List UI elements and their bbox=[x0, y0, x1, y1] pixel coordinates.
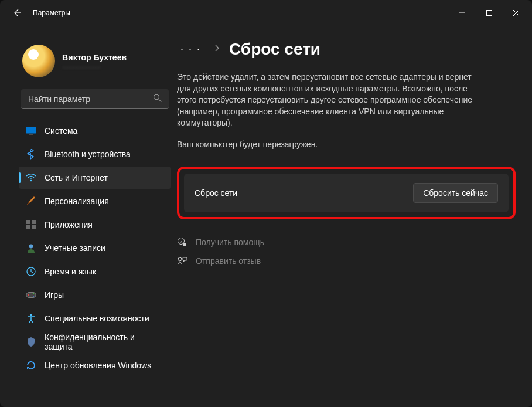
reset-card-label: Сброс сети bbox=[195, 188, 237, 198]
update-icon bbox=[26, 360, 36, 371]
svg-point-13 bbox=[29, 245, 33, 249]
sidebar-item-label: Учетные записи bbox=[45, 243, 105, 253]
breadcrumb: · · · Сброс сети bbox=[177, 40, 516, 59]
accessibility-icon bbox=[26, 313, 36, 324]
sidebar-item-label: Специальные возможности bbox=[45, 314, 149, 323]
svg-point-17 bbox=[33, 293, 35, 294]
profile-email: ……………… bbox=[62, 62, 127, 69]
titlebar: Параметры bbox=[0, 0, 532, 26]
feedback-link[interactable]: Отправить отзыв bbox=[196, 256, 261, 266]
close-button[interactable] bbox=[503, 4, 530, 22]
svg-line-5 bbox=[159, 100, 161, 102]
sidebar-item-label: Игры bbox=[45, 290, 64, 300]
svg-rect-15 bbox=[26, 293, 36, 298]
search-box[interactable] bbox=[21, 89, 169, 109]
description-text: Это действие удалит, а затем переустанов… bbox=[177, 72, 482, 129]
svg-point-21 bbox=[183, 243, 186, 246]
search-icon bbox=[153, 94, 162, 105]
sidebar-item-label: Персонализация bbox=[45, 196, 109, 206]
sidebar-item-time[interactable]: Время и язык bbox=[19, 260, 171, 283]
svg-point-16 bbox=[28, 294, 29, 296]
sidebar-item-label: Конфиденциальность и защита bbox=[45, 333, 164, 351]
restart-note: Ваш компьютер будет перезагружен. bbox=[177, 140, 516, 149]
search-input[interactable] bbox=[21, 89, 169, 109]
close-icon bbox=[513, 10, 519, 16]
sidebar-item-privacy[interactable]: Конфиденциальность и защита bbox=[19, 331, 171, 353]
minimize-icon bbox=[459, 10, 465, 16]
apps-icon bbox=[26, 219, 36, 230]
breadcrumb-more[interactable]: · · · bbox=[177, 41, 204, 58]
svg-rect-1 bbox=[487, 11, 492, 16]
sidebar: Виктор Бухтеев ……………… СистемаBluetooth и… bbox=[0, 28, 177, 407]
sidebar-item-label: Сеть и Интернет bbox=[45, 173, 108, 182]
get-help-link[interactable]: Получить помощь bbox=[196, 238, 264, 247]
account-icon bbox=[26, 243, 36, 253]
main-content: · · · Сброс сети Это действие удалит, а … bbox=[177, 28, 532, 407]
minimize-button[interactable] bbox=[449, 4, 476, 22]
sidebar-item-wifi[interactable]: Сеть и Интернет bbox=[19, 167, 171, 189]
sidebar-item-accessibility[interactable]: Специальные возможности bbox=[19, 307, 171, 330]
svg-rect-7 bbox=[29, 134, 33, 135]
reset-now-button[interactable]: Сбросить сейчас bbox=[413, 183, 498, 203]
svg-rect-6 bbox=[26, 127, 36, 134]
page-title: Сброс сети bbox=[229, 40, 320, 59]
svg-rect-10 bbox=[32, 220, 36, 224]
reset-card: Сброс сети Сбросить сейчас bbox=[184, 174, 509, 212]
bluetooth-icon bbox=[26, 149, 36, 160]
sidebar-item-label: Центр обновления Windows bbox=[45, 361, 151, 370]
svg-point-18 bbox=[33, 296, 35, 297]
sidebar-item-bluetooth[interactable]: Bluetooth и устройства bbox=[19, 143, 171, 165]
help-icon: ? bbox=[177, 237, 187, 247]
sidebar-item-games[interactable]: Игры bbox=[19, 284, 171, 306]
sidebar-item-label: Время и язык bbox=[45, 267, 96, 276]
arrow-left-icon bbox=[12, 8, 22, 18]
svg-text:?: ? bbox=[180, 239, 183, 244]
highlight-box: Сброс сети Сбросить сейчас bbox=[177, 167, 516, 219]
sidebar-item-account[interactable]: Учетные записи bbox=[19, 237, 171, 259]
settings-window: Параметры Виктор Бухтеев ……………… С bbox=[0, 0, 532, 407]
svg-point-8 bbox=[30, 180, 32, 182]
sidebar-item-apps[interactable]: Приложения bbox=[19, 213, 171, 236]
sidebar-item-brush[interactable]: Персонализация bbox=[19, 190, 171, 212]
chevron-right-icon bbox=[214, 44, 220, 55]
svg-rect-9 bbox=[26, 220, 30, 224]
svg-rect-24 bbox=[183, 257, 187, 260]
svg-point-23 bbox=[178, 257, 182, 261]
sidebar-item-update[interactable]: Центр обновления Windows bbox=[19, 354, 171, 377]
feedback-icon bbox=[177, 256, 187, 266]
profile-name: Виктор Бухтеев bbox=[62, 53, 127, 62]
svg-rect-11 bbox=[26, 225, 30, 229]
svg-rect-12 bbox=[32, 225, 36, 229]
time-icon bbox=[26, 266, 36, 277]
svg-point-4 bbox=[154, 94, 159, 100]
svg-point-19 bbox=[30, 314, 32, 316]
maximize-button[interactable] bbox=[476, 4, 503, 22]
sidebar-item-label: Система bbox=[45, 126, 77, 135]
sidebar-item-label: Приложения bbox=[45, 220, 93, 229]
brush-icon bbox=[26, 196, 36, 206]
games-icon bbox=[26, 290, 36, 300]
system-icon bbox=[26, 126, 36, 136]
profile-block[interactable]: Виктор Бухтеев ……………… bbox=[19, 28, 171, 86]
back-button[interactable] bbox=[12, 8, 22, 18]
privacy-icon bbox=[26, 337, 36, 347]
window-title: Параметры bbox=[33, 9, 70, 17]
wifi-icon bbox=[26, 172, 36, 183]
sidebar-item-system[interactable]: Система bbox=[19, 120, 171, 142]
maximize-icon bbox=[486, 10, 492, 16]
sidebar-item-label: Bluetooth и устройства bbox=[45, 150, 131, 159]
avatar bbox=[22, 45, 55, 77]
